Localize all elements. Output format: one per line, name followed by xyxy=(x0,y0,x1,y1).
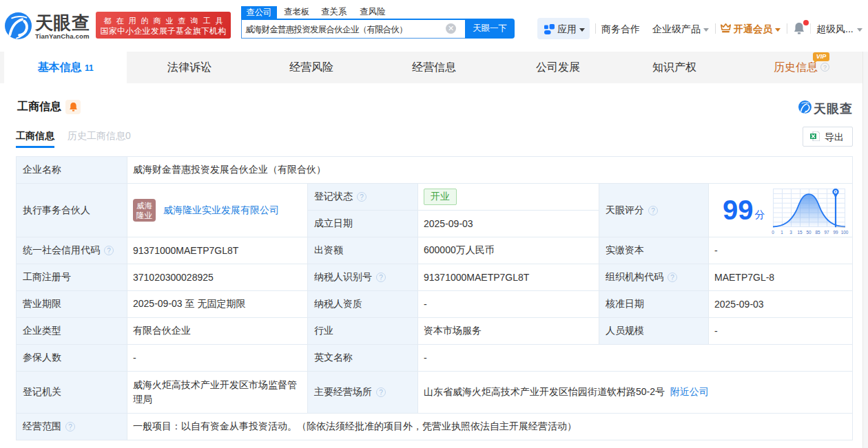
svg-text:0: 0 xyxy=(772,230,774,235)
svg-text:85: 85 xyxy=(815,230,820,235)
svg-text:3: 3 xyxy=(789,230,792,235)
svg-text:50: 50 xyxy=(806,230,812,235)
svg-text:100: 100 xyxy=(840,230,848,235)
svg-text:15: 15 xyxy=(797,230,803,235)
svg-text:1: 1 xyxy=(781,230,783,235)
svg-text:99: 99 xyxy=(833,230,838,235)
svg-text:97: 97 xyxy=(824,230,829,235)
